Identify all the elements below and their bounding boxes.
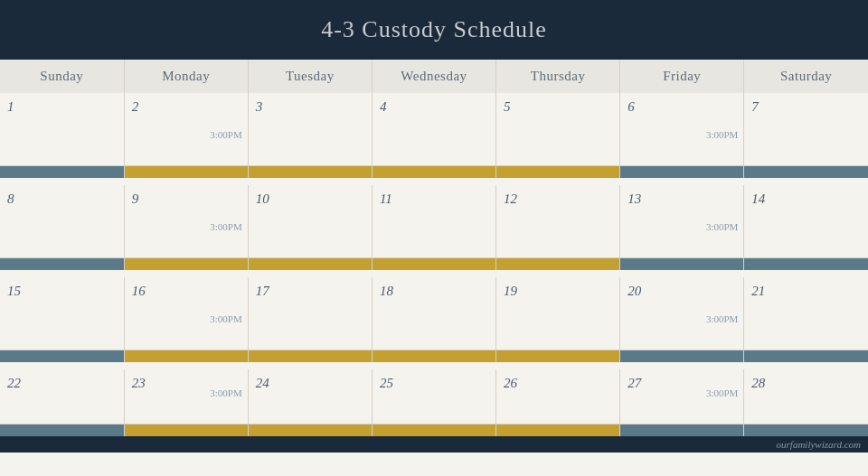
bar-w4-mon [124, 424, 248, 436]
day-28: 28 [744, 369, 868, 424]
day-12: 12 [496, 185, 620, 257]
header-friday: Friday [620, 60, 744, 93]
week-1-bar [0, 165, 868, 178]
day-23: 233:00PM [124, 369, 248, 424]
bar-w4-sun [0, 424, 124, 436]
bar-w2-tue [248, 257, 372, 270]
day-11: 11 [372, 185, 495, 257]
watermark-row: ourfamilywizard.com [0, 436, 868, 453]
week-3-bar [0, 350, 868, 362]
day-22: 22 [0, 369, 124, 424]
title: 4-3 Custody Schedule [321, 16, 547, 42]
day-14: 14 [744, 185, 868, 257]
day-4: 4 [372, 93, 495, 165]
bar-w2-mon [124, 257, 248, 270]
calendar: Sunday Monday Tuesday Wednesday Thursday… [0, 60, 868, 453]
bar-w3-sun [0, 350, 124, 362]
day-19: 19 [496, 277, 620, 350]
header-monday: Monday [124, 60, 248, 93]
day-3: 3 [248, 93, 372, 165]
header-wednesday: Wednesday [372, 60, 495, 93]
header: 4-3 Custody Schedule [0, 0, 868, 60]
day-headers-row: Sunday Monday Tuesday Wednesday Thursday… [0, 60, 868, 93]
header-saturday: Saturday [744, 60, 868, 93]
week-1-days: 1 23:00PM 3 4 5 63:00PM 7 [0, 93, 868, 165]
watermark: ourfamilywizard.com [0, 436, 868, 453]
bar-w1-tue [248, 165, 372, 178]
bar-w4-sat [744, 424, 868, 436]
bar-w3-sat [744, 350, 868, 362]
bar-w2-thu [496, 257, 620, 270]
day-6: 63:00PM [620, 93, 744, 165]
week-2-spacer [0, 270, 868, 277]
day-17: 17 [248, 277, 372, 350]
bar-w2-sat [744, 257, 868, 270]
header-tuesday: Tuesday [248, 60, 372, 93]
day-1: 1 [0, 93, 124, 165]
bar-w2-wed [372, 257, 495, 270]
bar-w1-thu [496, 165, 620, 178]
bar-w3-mon [124, 350, 248, 362]
day-26: 26 [496, 369, 620, 424]
bar-w3-thu [496, 350, 620, 362]
week-2-days: 8 93:00PM 10 11 12 133:00PM 14 [0, 185, 868, 257]
bar-w1-sun [0, 165, 124, 178]
bar-w4-wed [372, 424, 495, 436]
week-3-spacer [0, 362, 868, 369]
bar-w1-sat [744, 165, 868, 178]
bar-w4-thu [496, 424, 620, 436]
day-9: 93:00PM [124, 185, 248, 257]
bar-w2-sun [0, 257, 124, 270]
bar-w4-fri [620, 424, 744, 436]
day-15: 15 [0, 277, 124, 350]
day-7: 7 [744, 93, 868, 165]
week-4-bar [0, 424, 868, 436]
bar-w3-fri [620, 350, 744, 362]
day-21: 21 [744, 277, 868, 350]
bar-w4-tue [248, 424, 372, 436]
day-18: 18 [372, 277, 495, 350]
day-13: 133:00PM [620, 185, 744, 257]
bar-w2-fri [620, 257, 744, 270]
day-20: 203:00PM [620, 277, 744, 350]
header-thursday: Thursday [496, 60, 620, 93]
bar-w1-fri [620, 165, 744, 178]
day-16: 163:00PM [124, 277, 248, 350]
bar-w1-mon [124, 165, 248, 178]
day-25: 25 [372, 369, 495, 424]
header-sunday: Sunday [0, 60, 124, 93]
day-2: 23:00PM [124, 93, 248, 165]
day-27: 273:00PM [620, 369, 744, 424]
week-1-spacer [0, 178, 868, 185]
week-3-days: 15 163:00PM 17 18 19 203:00PM 21 [0, 277, 868, 350]
day-8: 8 [0, 185, 124, 257]
bar-w1-wed [372, 165, 495, 178]
week-4-days: 22 233:00PM 24 25 26 273:00PM 28 [0, 369, 868, 424]
bar-w3-wed [372, 350, 495, 362]
bar-w3-tue [248, 350, 372, 362]
day-24: 24 [248, 369, 372, 424]
week-2-bar [0, 257, 868, 270]
day-5: 5 [496, 93, 620, 165]
day-10: 10 [248, 185, 372, 257]
